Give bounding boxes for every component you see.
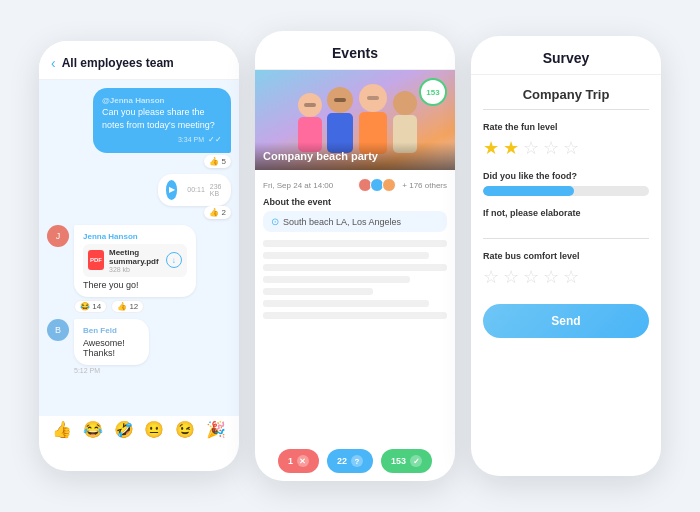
simple-text: Awesome! Thanks! bbox=[83, 338, 140, 358]
reaction-bar: 😂 14 👍 12 bbox=[74, 300, 226, 313]
bus-star-5[interactable]: ☆ bbox=[563, 266, 579, 288]
skeleton-line-3 bbox=[263, 264, 447, 271]
elaborate-label: If not, please elaborate bbox=[483, 208, 649, 218]
like-badge: 👍 5 bbox=[204, 155, 231, 168]
survey-name: Company Trip bbox=[523, 87, 610, 102]
attendees-row: + 176 others bbox=[358, 178, 447, 192]
chat-screen: ‹ All employees team @Jenna Hanson Can y… bbox=[39, 41, 239, 471]
file-size: 328 kb bbox=[109, 266, 161, 273]
bus-star-4[interactable]: ☆ bbox=[543, 266, 559, 288]
events-screen: Events bbox=[255, 31, 455, 481]
emoji-rofl[interactable]: 🤣 bbox=[114, 420, 134, 439]
event-btn-green[interactable]: 153 ✓ bbox=[381, 449, 432, 473]
reaction-emoji[interactable]: 😂 14 bbox=[74, 300, 107, 313]
bus-comfort-label: Rate bus comfort level bbox=[483, 251, 649, 261]
attendee-dot-3 bbox=[382, 178, 396, 192]
message-body-text: There you go! bbox=[83, 280, 187, 290]
btn-check-icon: ✓ bbox=[410, 455, 422, 467]
file-attachment[interactable]: PDF Meeting summary.pdf 328 kb ↓ bbox=[83, 244, 187, 277]
audio-message: ▶ 00:11 236 KB bbox=[158, 174, 231, 206]
bus-comfort-section: Rate bus comfort level ☆ ☆ ☆ ☆ ☆ bbox=[483, 251, 649, 288]
bus-comfort-stars[interactable]: ☆ ☆ ☆ ☆ ☆ bbox=[483, 266, 649, 288]
bus-star-2[interactable]: ☆ bbox=[503, 266, 519, 288]
svg-rect-10 bbox=[334, 98, 346, 102]
fun-level-label: Rate the fun level bbox=[483, 122, 649, 132]
survey-title: Survey bbox=[471, 36, 661, 75]
event-btn-red[interactable]: 1 ✕ bbox=[278, 449, 319, 473]
food-progress-fill bbox=[483, 186, 574, 196]
food-progress-bar[interactable] bbox=[483, 186, 649, 196]
fun-level-section: Rate the fun level ★ ★ ☆ ☆ ☆ bbox=[483, 122, 649, 159]
skeleton-line-7 bbox=[263, 312, 447, 319]
attendee-count: + 176 others bbox=[402, 181, 447, 190]
send-button[interactable]: Send bbox=[483, 304, 649, 338]
read-check: ✓✓ bbox=[208, 134, 222, 145]
avatar-ben: B bbox=[47, 319, 69, 341]
emoji-neutral[interactable]: 😐 bbox=[144, 420, 164, 439]
incoming-bubble: Jenna Hanson PDF Meeting summary.pdf 328… bbox=[74, 225, 196, 297]
audio-duration: 00:11 bbox=[187, 186, 205, 193]
location-icon: ⊙ bbox=[271, 216, 279, 227]
btn-count-2: 22 bbox=[337, 456, 347, 466]
emoji-wink[interactable]: 😉 bbox=[175, 420, 195, 439]
star-3[interactable]: ☆ bbox=[523, 137, 539, 159]
simple-incoming-message: B Ben Feld Awesome! Thanks! 5:12 PM bbox=[47, 319, 231, 374]
audio-like-badge: 👍 2 bbox=[204, 206, 231, 219]
outgoing-message: @Jenna Hanson Can you please share the n… bbox=[93, 88, 231, 153]
svg-rect-11 bbox=[367, 96, 379, 100]
event-date-row: Fri, Sep 24 at 14:00 + 176 others bbox=[263, 178, 447, 192]
skeleton-line-5 bbox=[263, 288, 373, 295]
message-sender: @Jenna Hanson bbox=[102, 95, 222, 106]
play-button[interactable]: ▶ bbox=[166, 180, 177, 200]
chat-title: All employees team bbox=[62, 56, 174, 70]
back-icon[interactable]: ‹ bbox=[51, 55, 56, 71]
sender-name: Jenna Hanson bbox=[83, 232, 187, 241]
file-name: Meeting summary.pdf bbox=[109, 248, 161, 266]
about-section: About the event ⊙ South beach LA, Los An… bbox=[263, 197, 447, 232]
survey-body: Company Trip Rate the fun level ★ ★ ☆ ☆ … bbox=[471, 75, 661, 348]
event-date: Fri, Sep 24 at 14:00 bbox=[263, 181, 333, 190]
survey-screen: Survey Company Trip Rate the fun level ★… bbox=[471, 36, 661, 476]
chat-body: @Jenna Hanson Can you please share the n… bbox=[39, 80, 239, 416]
about-title: About the event bbox=[263, 197, 447, 207]
btn-x-icon: ✕ bbox=[297, 455, 309, 467]
simple-time: 5:12 PM bbox=[74, 367, 168, 374]
location-text: South beach LA, Los Angeles bbox=[283, 217, 401, 227]
btn-question-icon: ? bbox=[351, 455, 363, 467]
star-5[interactable]: ☆ bbox=[563, 137, 579, 159]
food-section: Did you like the food? bbox=[483, 171, 649, 196]
event-image: Company beach party 153 bbox=[255, 70, 455, 170]
emoji-thumbs-up[interactable]: 👍 bbox=[52, 420, 72, 439]
message-time: 3:34 PM bbox=[178, 135, 204, 145]
skeleton-line-2 bbox=[263, 252, 429, 259]
avatar-jenna: J bbox=[47, 225, 69, 247]
skeleton-line-1 bbox=[263, 240, 447, 247]
events-footer-buttons: 1 ✕ 22 ? 153 ✓ bbox=[255, 449, 455, 473]
elaborate-input[interactable] bbox=[483, 223, 649, 239]
event-overlay: Company beach party bbox=[255, 142, 455, 170]
event-title: Company beach party bbox=[263, 150, 447, 162]
event-attendee-badge: 153 bbox=[419, 78, 447, 106]
file-info: Meeting summary.pdf 328 kb bbox=[109, 248, 161, 273]
star-2[interactable]: ★ bbox=[503, 137, 519, 159]
svg-point-7 bbox=[393, 91, 417, 115]
simple-sender: Ben Feld bbox=[83, 326, 140, 335]
star-1[interactable]: ★ bbox=[483, 137, 499, 159]
chat-header: ‹ All employees team bbox=[39, 41, 239, 80]
star-4[interactable]: ☆ bbox=[543, 137, 559, 159]
fun-level-stars[interactable]: ★ ★ ☆ ☆ ☆ bbox=[483, 137, 649, 159]
emoji-party[interactable]: 🎉 bbox=[206, 420, 226, 439]
audio-size: 236 KB bbox=[210, 183, 223, 197]
elaborate-section: If not, please elaborate bbox=[483, 208, 649, 239]
skeleton-line-6 bbox=[263, 300, 429, 307]
download-button[interactable]: ↓ bbox=[166, 252, 182, 268]
emoji-laugh[interactable]: 😂 bbox=[83, 420, 103, 439]
incoming-message-file: J Jenna Hanson PDF Meeting summary.pdf 3… bbox=[47, 225, 231, 313]
bus-star-1[interactable]: ☆ bbox=[483, 266, 499, 288]
emoji-bar: 👍 😂 🤣 😐 😉 🎉 bbox=[39, 416, 239, 445]
location-row: ⊙ South beach LA, Los Angeles bbox=[263, 211, 447, 232]
bus-star-3[interactable]: ☆ bbox=[523, 266, 539, 288]
reaction-emoji-2[interactable]: 👍 12 bbox=[111, 300, 144, 313]
content-skeleton bbox=[263, 240, 447, 319]
event-btn-blue[interactable]: 22 ? bbox=[327, 449, 373, 473]
